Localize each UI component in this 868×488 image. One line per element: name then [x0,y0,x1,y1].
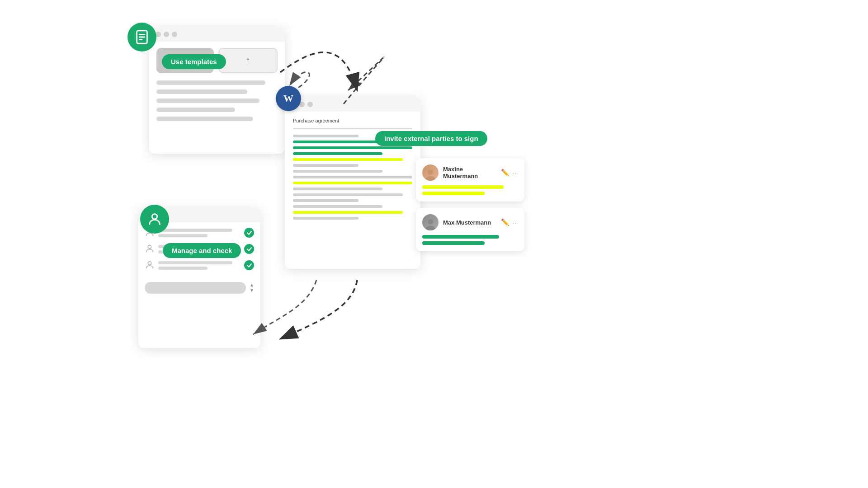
doc-line-4 [293,152,382,155]
doc-line-1 [293,135,359,137]
template-line-5 [156,117,253,121]
doc-line-5 [293,158,403,161]
edit-icon[interactable]: ✏️ [501,169,509,177]
signer-card-max: Max Mustermann ✏️ ··· [416,208,524,251]
svg-point-6 [428,219,433,225]
check-2 [244,244,254,254]
svg-point-11 [148,262,151,265]
doc-line-15 [293,217,359,220]
arrow-doc-to-manage [280,280,357,339]
upload-button[interactable]: ↑ [218,48,278,73]
avatar-maxine [422,164,439,181]
invite-external-badge: Invite external parties to sign [375,131,487,146]
templates-circle-icon [127,23,156,52]
arrow-up: ▲ [250,283,254,287]
sbar-max-1 [422,235,499,239]
signer-bars-max [422,235,518,245]
doc-line-9 [293,182,412,184]
signer-card-maxine: Maxine Mustermann ✏️ ··· [416,158,524,202]
signer-name-maxine: Maxine Mustermann [443,166,496,179]
templates-window: + ↑ [149,27,285,154]
use-templates-badge: Use templates [162,54,226,69]
sbar-maxine-1 [422,185,504,189]
sbar-maxine-2 [422,192,485,195]
signer-actions-max: ✏️ ··· [501,218,518,226]
manage-bottom: ▲ ▼ [138,282,260,294]
template-line-4 [156,108,235,112]
person-icon-2 [145,244,155,254]
signer-name-max: Max Mustermann [443,219,496,226]
doc-line-6 [293,164,359,167]
template-line-2 [156,89,247,94]
person-icon-3 [145,260,155,270]
win-templates-titlebar [149,27,285,42]
word-icon: W [276,86,301,111]
document-title: Purchase agreement [293,118,412,123]
signer-bars-maxine [422,185,518,195]
svg-point-10 [148,245,151,249]
ruler [293,128,412,129]
check-1 [244,228,254,238]
manage-check-badge: Manage and check [163,243,241,258]
doc-line-12 [293,199,359,202]
document-content: Purchase agreement [285,112,420,229]
manage-lines-3 [158,261,241,270]
avatar-max [422,214,439,230]
svg-point-5 [426,176,435,181]
win-doc-titlebar [285,97,420,112]
manage-lines-1 [158,229,241,237]
doc-line-8 [293,176,412,178]
doc-line-11 [293,193,403,196]
svg-point-4 [428,169,433,175]
signer-row-max: Max Mustermann ✏️ ··· [422,214,518,230]
doc-line-10 [293,188,382,190]
svg-point-8 [152,214,157,219]
dot3 [172,32,177,37]
arrow-templates-to-doc [280,52,357,90]
mline-3a [158,261,232,264]
document-window: Purchase agreement [285,97,420,269]
dot2 [164,32,169,37]
sbar-max-2 [422,241,485,245]
bottom-bar [145,282,246,294]
doc-line-7 [293,170,382,173]
manage-circle-icon [140,205,169,234]
mline-3b [158,267,208,270]
sort-arrows: ▲ ▼ [250,283,254,293]
template-line-3 [156,99,259,103]
dot3 [307,102,313,107]
edit-icon-max[interactable]: ✏️ [501,218,509,226]
arrow-down: ▼ [250,288,254,293]
mline-1a [158,229,232,232]
signer-row-maxine: Maxine Mustermann ✏️ ··· [422,164,518,181]
manage-row-3 [145,260,254,270]
check-3 [244,260,254,270]
doc-line-14 [293,211,403,214]
template-line-1 [156,80,265,85]
signer-actions-maxine: ✏️ ··· [501,169,518,177]
mline-1b [158,234,208,237]
more-icon[interactable]: ··· [512,169,518,177]
word-letter: W [283,93,293,104]
doc-line-3 [293,146,412,149]
svg-point-7 [426,226,435,231]
template-lines [149,73,285,133]
more-icon-max[interactable]: ··· [512,219,518,226]
doc-line-13 [293,205,382,208]
